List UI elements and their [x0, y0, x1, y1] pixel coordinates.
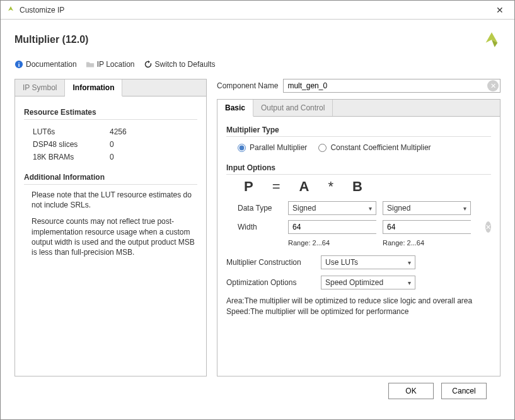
data-type-a-value: Signed: [289, 204, 364, 213]
tab-basic[interactable]: Basic: [217, 100, 253, 117]
table-row: LUT6s4256: [33, 126, 204, 137]
est-value: 0: [110, 151, 204, 163]
tab-output-control[interactable]: Output and Control: [253, 100, 333, 116]
range-a: Range: 2...64: [288, 239, 376, 247]
additional-info-title: Additional Information: [24, 173, 197, 185]
optimization-descriptions: Area:The multiplier will be optimized to…: [226, 296, 491, 317]
customize-ip-window: Customize IP ✕ Multiplier (12.0) i Docum…: [0, 0, 515, 420]
est-name: DSP48 slices: [33, 139, 108, 150]
app-icon: [6, 5, 16, 15]
tab-information[interactable]: Information: [65, 79, 122, 96]
data-type-a-select[interactable]: Signed ▾: [288, 201, 376, 215]
clear-icon[interactable]: ✕: [487, 80, 499, 91]
multiplier-type-radios: Parallel Multiplier Constant Coefficient…: [238, 143, 491, 152]
right-tabs: Basic Output and Control: [217, 100, 500, 117]
svg-text:i: i: [18, 61, 20, 68]
optimization-label: Optimization Options: [226, 278, 315, 287]
optimization-value: Speed Optimized: [321, 278, 403, 287]
radio-parallel-input[interactable]: [238, 144, 246, 152]
construction-label: Multiplier Construction: [226, 258, 315, 267]
component-name-input[interactable]: [284, 79, 487, 92]
component-name-field[interactable]: ✕: [283, 79, 501, 93]
config-panel-body: Multiplier Type Parallel Multiplier Cons…: [217, 117, 500, 376]
desc-speed: Speed:The multiplier will be optimized f…: [226, 306, 491, 317]
eq-a: A: [299, 178, 310, 195]
clear-icon[interactable]: ✕: [485, 221, 491, 233]
ok-button[interactable]: OK: [388, 383, 434, 399]
range-b: Range: 2...64: [383, 239, 471, 247]
est-value: 0: [110, 139, 204, 150]
note-text: Resource counts may not reflect true pos…: [32, 216, 197, 257]
info-icon: i: [14, 60, 23, 69]
footer: OK Cancel: [14, 376, 501, 409]
component-name-row: Component Name ✕: [217, 79, 501, 93]
content-area: Multiplier (12.0) i Documentation IP Loc…: [1, 20, 514, 419]
radio-constant-label: Constant Coefficient Multiplier: [330, 143, 431, 152]
width-b-field[interactable]: ✕: [383, 220, 471, 234]
construction-rows: Multiplier Construction Use LUTs ▾ Optim…: [226, 255, 491, 289]
eq-p: P: [244, 178, 253, 195]
multiplier-type-title: Multiplier Type: [226, 125, 491, 137]
refresh-icon: [144, 60, 153, 69]
switch-defaults-button[interactable]: Switch to Defaults: [144, 60, 216, 69]
width-a-field[interactable]: ✕: [288, 220, 376, 234]
right-panel: Component Name ✕ Basic Output and Contro…: [217, 79, 501, 376]
chevron-down-icon: ▾: [403, 279, 415, 286]
config-panel: Basic Output and Control Multiplier Type…: [217, 99, 501, 376]
ip-location-button[interactable]: IP Location: [86, 60, 135, 69]
data-type-b-value: Signed: [383, 204, 459, 213]
estimates-table: LUT6s4256 DSP48 slices0 18K BRAMs0: [32, 125, 205, 164]
title-bar: Customize IP ✕: [1, 1, 514, 20]
ip-location-label: IP Location: [97, 60, 135, 69]
window-title: Customize IP: [20, 6, 490, 15]
est-name: LUT6s: [33, 126, 108, 137]
table-row: 18K BRAMs0: [33, 151, 204, 163]
data-type-b-select[interactable]: Signed ▾: [383, 201, 471, 215]
toolbar: i Documentation IP Location Switch to De…: [14, 60, 501, 69]
cancel-button[interactable]: Cancel: [441, 383, 487, 399]
folder-icon: [86, 60, 95, 69]
radio-constant[interactable]: Constant Coefficient Multiplier: [318, 143, 431, 152]
data-type-label: Data Type: [238, 204, 282, 213]
eq-equals: =: [272, 178, 281, 195]
header-row: Multiplier (12.0): [14, 31, 501, 49]
width-label: Width: [238, 223, 282, 231]
construction-select[interactable]: Use LUTs ▾: [321, 255, 415, 269]
width-b-input[interactable]: [383, 221, 485, 233]
documentation-label: Documentation: [26, 60, 77, 69]
width-a-input[interactable]: [289, 221, 391, 233]
brand-icon: [483, 31, 501, 49]
main-row: IP Symbol Information Resource Estimates…: [14, 79, 501, 376]
left-panel: IP Symbol Information Resource Estimates…: [14, 79, 207, 376]
chevron-down-icon: ▾: [459, 205, 470, 212]
input-options-title: Input Options: [226, 163, 491, 175]
resource-estimates-title: Resource Estimates: [24, 108, 197, 120]
construction-value: Use LUTs: [321, 258, 403, 267]
table-row: DSP48 slices0: [33, 139, 204, 150]
component-name-label: Component Name: [217, 81, 278, 90]
optimization-select[interactable]: Speed Optimized ▾: [321, 276, 415, 289]
additional-info: Please note that the LUT resource estima…: [24, 190, 197, 257]
chevron-down-icon: ▾: [364, 205, 376, 212]
chevron-down-icon: ▾: [403, 259, 415, 266]
documentation-button[interactable]: i Documentation: [14, 60, 77, 69]
left-tabs: IP Symbol Information: [15, 79, 206, 96]
eq-b: B: [352, 178, 362, 195]
close-icon[interactable]: ✕: [490, 5, 509, 15]
radio-constant-input[interactable]: [318, 144, 327, 152]
radio-parallel-label: Parallel Multiplier: [250, 143, 307, 152]
est-value: 4256: [110, 126, 204, 137]
switch-defaults-label: Switch to Defaults: [155, 60, 216, 69]
desc-area: Area:The multiplier will be optimized to…: [226, 296, 491, 306]
radio-parallel[interactable]: Parallel Multiplier: [238, 143, 307, 152]
note-text: Please note that the LUT resource estima…: [32, 190, 197, 210]
equation-row: P = A * B: [244, 178, 491, 195]
page-title: Multiplier (12.0): [14, 34, 483, 45]
est-name: 18K BRAMs: [33, 151, 108, 163]
input-grid: Data Type Signed ▾ Signed ▾ Width: [238, 201, 491, 247]
tab-ip-symbol[interactable]: IP Symbol: [15, 79, 65, 96]
left-panel-body: Resource Estimates LUT6s4256 DSP48 slice…: [15, 96, 206, 376]
eq-star: *: [328, 178, 333, 195]
